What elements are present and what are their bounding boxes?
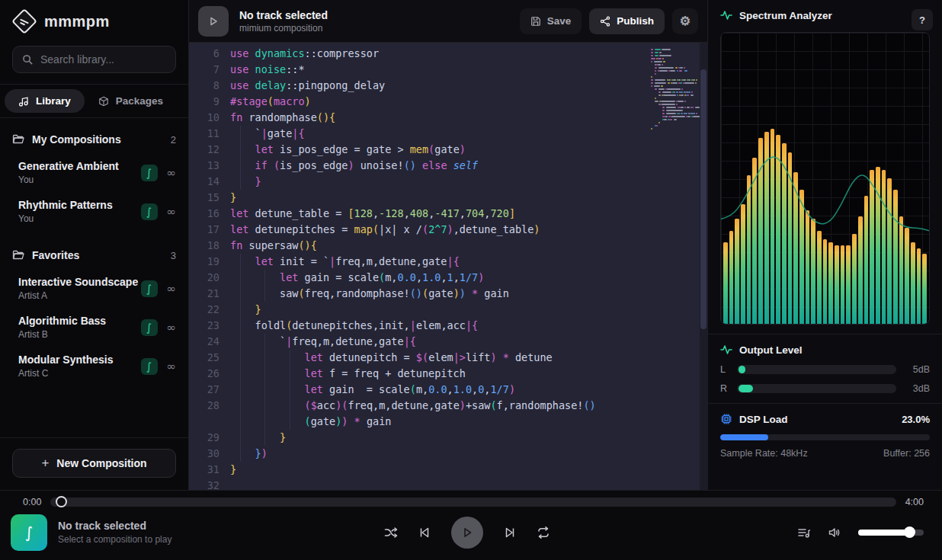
track-artwork: ∫ <box>11 514 47 551</box>
editor-scrollbar[interactable] <box>700 43 707 490</box>
previous-button[interactable] <box>418 526 431 539</box>
line-number: 22 <box>189 302 219 318</box>
app-name: mmmpm <box>44 13 110 30</box>
scrollbar-thumb[interactable] <box>700 69 706 328</box>
line-number: 13 <box>189 158 219 174</box>
composition-item[interactable]: Interactive SoundscapeArtist A∫∞ <box>0 269 188 308</box>
save-button[interactable]: Save <box>520 8 582 34</box>
search-icon <box>22 54 34 66</box>
next-button[interactable] <box>503 526 517 539</box>
volume-slider[interactable] <box>858 530 924 536</box>
code-line: 13 if (is_pos_edge) unoise!() else self <box>189 158 649 174</box>
composition-item-text: Algorithmic BassArtist B <box>18 315 106 340</box>
code-token: use <box>230 47 255 59</box>
code-token: let <box>255 255 280 267</box>
composition-item[interactable]: Generative AmbientYou∫∞ <box>0 153 188 192</box>
composition-title: Generative Ambient <box>18 160 119 172</box>
composition-item[interactable]: Rhythmic PatternsYou∫∞ <box>0 192 188 231</box>
search-input[interactable] <box>40 53 166 66</box>
timeline-knob[interactable] <box>56 496 67 507</box>
code-line: 26 let f = freq + detunepitch <box>189 366 649 382</box>
code-token: fn <box>230 111 248 123</box>
code-token: , <box>441 271 447 283</box>
minimap-line <box>651 64 698 66</box>
tab-packages[interactable]: Packages <box>85 89 177 113</box>
code-token: else <box>416 159 453 171</box>
meter-value: 5dB <box>904 364 930 375</box>
minimap-line <box>651 101 698 102</box>
line-number: 28 <box>189 398 219 414</box>
code-token: } <box>255 303 261 315</box>
help-button[interactable]: ? <box>912 9 933 30</box>
indent-guide <box>290 382 290 398</box>
minimap-line <box>651 104 698 105</box>
composition-artist: You <box>18 213 113 224</box>
line-number: 24 <box>189 334 219 350</box>
line-number: 26 <box>189 366 219 382</box>
indent-guide <box>240 142 241 158</box>
line-number: 8 <box>189 78 219 94</box>
volume-knob[interactable] <box>904 526 915 538</box>
code-token: freq,m,detune,gate <box>335 255 447 267</box>
code-token: elem <box>428 351 453 363</box>
indent-guide <box>240 126 241 142</box>
code-token: |{ <box>466 319 478 331</box>
minimap-line <box>651 91 698 93</box>
line-number: 14 <box>189 174 219 190</box>
package-icon <box>98 96 109 107</box>
code-token: ::pingpong_delay <box>286 79 385 91</box>
indent-guide <box>264 398 265 414</box>
repeat-button[interactable] <box>537 526 550 539</box>
play-button[interactable] <box>451 517 483 549</box>
code-token: * <box>466 287 484 299</box>
composition-title: Modular Synthesis <box>18 354 113 366</box>
code-token: detune <box>515 351 553 363</box>
editor-minimap[interactable] <box>649 43 700 490</box>
search-box[interactable] <box>12 46 176 73</box>
code-token: , <box>460 207 466 219</box>
timeline-slider[interactable] <box>50 498 896 507</box>
sample-rate-label: Sample Rate: 48kHz <box>720 448 808 459</box>
code-line: 31} <box>189 462 649 478</box>
share-icon <box>600 16 610 27</box>
code-token: ( <box>305 399 311 411</box>
code-token: ) <box>447 223 453 235</box>
code-line: 16let detune_table = [128,-128,408,-417,… <box>189 206 649 222</box>
queue-button[interactable] <box>797 526 811 539</box>
code-token: ( <box>422 287 428 299</box>
preview-play-button[interactable] <box>198 6 229 37</box>
code-token: () <box>583 399 595 411</box>
code-token: gain = scale <box>305 271 380 283</box>
code-line: 11 `|gate|{ <box>189 126 649 142</box>
composition-item[interactable]: Algorithmic BassArtist B∫∞ <box>0 308 188 347</box>
code-token: |{ <box>292 127 304 139</box>
meter-value: 3dB <box>904 383 930 394</box>
volume-button[interactable] <box>828 526 841 539</box>
code-token: f = freq + detunepitch <box>329 367 466 379</box>
meter-channel-label: R <box>720 383 729 394</box>
dsp-load-title: DSP Load <box>739 414 788 425</box>
code-editor[interactable]: 6use dynamics::compressor7use noise::*8u… <box>189 43 707 490</box>
code-token: freq,m,detune,gate <box>348 399 460 411</box>
code-token: -417 <box>434 207 460 219</box>
code-token: map <box>354 223 373 235</box>
code-token: ) <box>305 95 311 107</box>
code-token: * <box>348 415 366 427</box>
settings-button[interactable]: ⚙ <box>672 8 698 34</box>
indent-guide <box>264 334 265 350</box>
code-token: ` <box>255 127 261 139</box>
tab-library[interactable]: Library <box>5 89 85 113</box>
code-line: 10fn randomphase(){ <box>189 110 649 126</box>
shuffle-button[interactable] <box>384 526 398 539</box>
minimap-line <box>651 119 698 120</box>
code-line: 7use noise::* <box>189 62 649 78</box>
code-token: m, <box>416 383 428 395</box>
code-token: | <box>329 255 335 267</box>
code-token: ,detune_table <box>453 223 534 235</box>
indent-guide <box>240 286 241 302</box>
new-composition-button[interactable]: + New Composition <box>12 449 176 478</box>
publish-button[interactable]: Publish <box>589 8 665 34</box>
code-token: 1.0 <box>422 271 441 283</box>
composition-item-text: Interactive SoundscapeArtist A <box>18 276 138 301</box>
composition-item[interactable]: Modular SynthesisArtist C∫∞ <box>0 347 188 386</box>
